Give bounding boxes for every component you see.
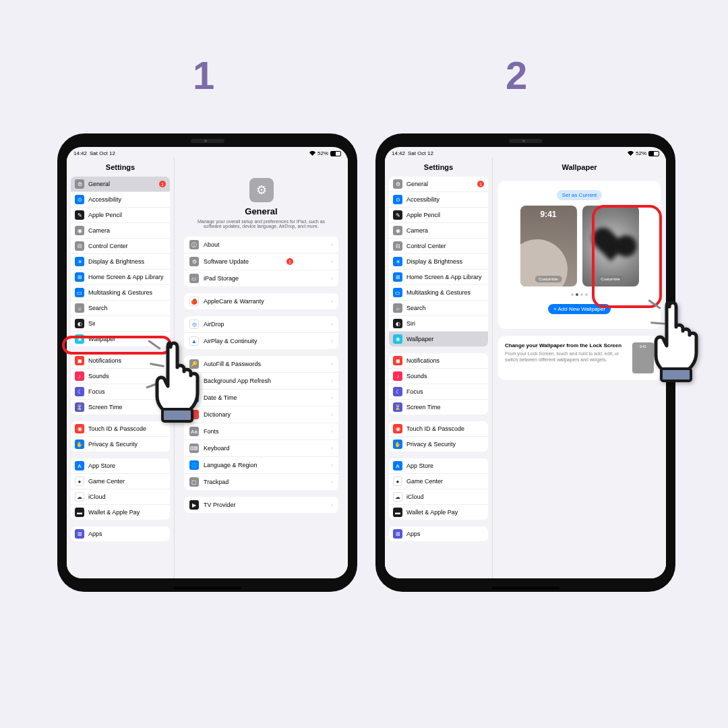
customize-button[interactable]: Customize — [535, 276, 562, 282]
label: General — [88, 181, 110, 187]
sidebar-item-screen-time[interactable]: ⏳Screen Time — [389, 400, 488, 415]
row-fonts[interactable]: AaFonts› — [184, 423, 338, 440]
label: Focus — [406, 388, 423, 395]
row-storage[interactable]: ▭iPad Storage› — [184, 270, 338, 286]
sidebar-item-notifications[interactable]: ◼Notifications — [71, 353, 170, 369]
row-about[interactable]: ⓘAbout› — [184, 237, 338, 253]
label: Control Center — [406, 243, 446, 249]
sidebar-item-search[interactable]: ⌕Search — [71, 301, 170, 316]
battery-pct: 52% — [636, 150, 646, 156]
sidebar-item-camera[interactable]: ◉Camera — [389, 223, 488, 239]
sidebar-item-apps[interactable]: ⊞Apps — [71, 526, 170, 541]
sidebar-item-apple-pencil[interactable]: ✎Apple Pencil — [389, 208, 488, 223]
row-language[interactable]: 🌐Language & Region› — [184, 457, 338, 474]
sidebar-item-gamecenter[interactable]: ●Game Center — [389, 474, 488, 489]
home-screen-preview[interactable]: Customize — [582, 206, 639, 286]
screen-1: 14:42Sat Oct 12 52% Settings ⚙General1 ⊙… — [67, 147, 348, 578]
sidebar-item-appstore[interactable]: AApp Store — [71, 458, 170, 474]
chevron-icon: › — [331, 502, 333, 508]
sidebar-item-display[interactable]: ☀Display & Brightness — [71, 254, 170, 270]
label: iCloud — [406, 493, 424, 500]
label: Keyboard — [204, 445, 230, 452]
sidebar-item-notifications[interactable]: ◼Notifications — [389, 353, 488, 369]
sidebar-item-home-screen[interactable]: ⊞Home Screen & App Library — [389, 270, 488, 285]
sidebar-item-touchid[interactable]: ◉Touch ID & Passcode — [389, 421, 488, 437]
status-time: 14:42 — [392, 150, 405, 156]
sidebar-item-general[interactable]: ⚙General1 — [389, 177, 488, 192]
sidebar-item-gamecenter[interactable]: ●Game Center — [71, 474, 170, 489]
keyboard-icon: ⌨ — [189, 444, 199, 453]
sidebar-item-multitasking[interactable]: ▭Multitasking & Gestures — [71, 285, 170, 301]
chevron-icon: › — [331, 428, 333, 435]
sidebar-item-privacy[interactable]: ✋Privacy & Security — [389, 437, 488, 452]
row-datetime[interactable]: 📅Date & Time› — [184, 390, 338, 406]
label: Wallet & Apple Pay — [88, 509, 140, 516]
label: Camera — [406, 227, 428, 234]
row-airdrop[interactable]: ◎AirDrop› — [184, 316, 338, 333]
row-applecare[interactable]: 🍎AppleCare & Warranty› — [184, 293, 338, 309]
row-dictionary[interactable]: 📕Dictionary› — [184, 406, 338, 423]
sidebar-item-apple-pencil[interactable]: ✎Apple Pencil — [71, 208, 170, 223]
sidebar-item-display[interactable]: ☀Display & Brightness — [389, 254, 488, 270]
sidebar-item-focus[interactable]: ☾Focus — [71, 384, 170, 400]
sidebar-item-appstore[interactable]: AApp Store — [389, 458, 488, 474]
sidebar-item-home-screen[interactable]: ⊞Home Screen & App Library — [71, 270, 170, 285]
sidebar-item-siri[interactable]: ◐Siri — [71, 316, 170, 332]
set-as-current-button[interactable]: Set as Current — [557, 190, 603, 200]
row-keyboard[interactable]: ⌨Keyboard› — [184, 440, 338, 457]
sidebar-item-focus[interactable]: ☾Focus — [389, 384, 488, 400]
sidebar-item-icloud[interactable]: ☁iCloud — [389, 489, 488, 505]
row-bg-refresh[interactable]: ↻Background App Refresh› — [184, 373, 338, 390]
add-new-wallpaper-button[interactable]: + Add New Wallpaper — [548, 304, 611, 314]
camera-notch — [509, 139, 543, 143]
siri-icon: ◐ — [75, 319, 84, 328]
chevron-icon: › — [331, 241, 333, 248]
appstore-icon: A — [75, 461, 84, 471]
row-software-update[interactable]: ⚙Software Update1› — [184, 253, 338, 270]
gear-icon: ⚙ — [75, 179, 84, 189]
sidebar-item-privacy[interactable]: ✋Privacy & Security — [71, 437, 170, 452]
row-airplay[interactable]: ▲AirPlay & Continuity› — [184, 333, 338, 349]
sidebar-title: Settings — [385, 158, 492, 177]
sidebar-item-screen-time[interactable]: ⏳Screen Time — [71, 400, 170, 415]
row-tv[interactable]: ▶TV Provider› — [184, 497, 338, 513]
customize-button[interactable]: Customize — [597, 276, 624, 282]
step-number-1: 1 — [193, 53, 214, 98]
chevron-icon: › — [331, 275, 333, 282]
sidebar-item-multitasking[interactable]: ▭Multitasking & Gestures — [389, 285, 488, 301]
chevron-icon: › — [331, 445, 333, 452]
sidebar-item-search[interactable]: ⌕Search — [389, 301, 488, 316]
appstore-icon: A — [393, 461, 402, 471]
brightness-icon: ☀ — [393, 257, 402, 266]
sidebar-item-camera[interactable]: ◉Camera — [71, 223, 170, 239]
label: Language & Region — [204, 462, 257, 468]
sidebar-item-accessibility[interactable]: ⊙Accessibility — [71, 192, 170, 208]
sidebar-item-sounds[interactable]: ♪Sounds — [71, 369, 170, 384]
sidebar-item-touchid[interactable]: ◉Touch ID & Passcode — [71, 421, 170, 437]
row-trackpad[interactable]: ▢Trackpad› — [184, 474, 338, 490]
switches-icon: ⊟ — [393, 241, 402, 251]
accessibility-icon: ⊙ — [75, 195, 84, 204]
label: Touch ID & Passcode — [406, 425, 464, 432]
bell-icon: ◼ — [393, 356, 402, 365]
sidebar-item-general[interactable]: ⚙General1 — [71, 177, 170, 192]
sidebar-item-wallpaper[interactable]: ❀Wallpaper — [389, 332, 488, 346]
sidebar-item-icloud[interactable]: ☁iCloud — [71, 489, 170, 505]
label: Display & Brightness — [406, 258, 462, 265]
sidebar-item-accessibility[interactable]: ⊙Accessibility — [389, 192, 488, 208]
label: Home Screen & App Library — [88, 274, 164, 280]
sidebar-item-control-center[interactable]: ⊟Control Center — [71, 239, 170, 254]
lock-screen-info[interactable]: Change your Wallpaper from the Lock Scre… — [498, 336, 661, 380]
wallpaper-card: Set as Current 9:41 Customize Customize — [498, 181, 661, 329]
sidebar-item-wallet[interactable]: ▬Wallet & Apple Pay — [71, 505, 170, 520]
sidebar-item-siri[interactable]: ◐Siri — [389, 316, 488, 332]
row-autofill[interactable]: 🔑AutoFill & Passwords› — [184, 356, 338, 373]
label: AppleCare & Warranty — [204, 298, 264, 305]
sidebar-item-sounds[interactable]: ♪Sounds — [389, 369, 488, 384]
sidebar-item-apps[interactable]: ⊞Apps — [389, 526, 488, 541]
sidebar-item-control-center[interactable]: ⊟Control Center — [389, 239, 488, 254]
camera-icon: ◉ — [75, 226, 84, 235]
label: Wallet & Apple Pay — [406, 509, 458, 516]
lock-screen-preview[interactable]: 9:41 Customize — [520, 206, 577, 286]
sidebar-item-wallet[interactable]: ▬Wallet & Apple Pay — [389, 505, 488, 520]
